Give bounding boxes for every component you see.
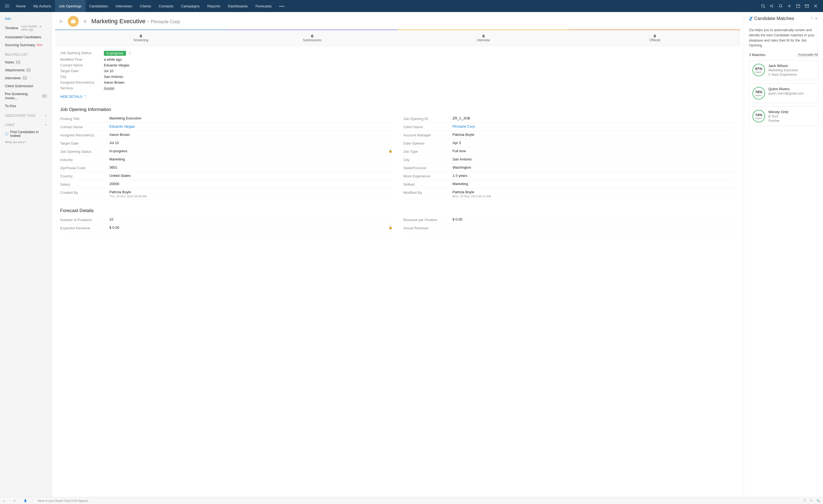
plus-icon[interactable] xyxy=(787,4,792,8)
sidebar-item-info[interactable]: Info xyxy=(0,15,52,23)
bottom-icon[interactable]: 👤 xyxy=(24,499,27,502)
field-value: Washington xyxy=(453,165,471,169)
stage-label: Submissions xyxy=(226,38,398,42)
nav-tab-my-actions[interactable]: My Actions xyxy=(29,0,55,12)
sidebar-item-assoc-candidates[interactable]: Associated Candidates xyxy=(0,33,52,41)
sidebar-item-attachments[interactable]: Attachments 1 xyxy=(0,66,52,74)
nav-tab-job-openings[interactable]: Job Openings xyxy=(55,0,85,12)
field-row: Number of Positions10 xyxy=(60,216,392,224)
nav-tab-interviews[interactable]: Interviews xyxy=(112,0,136,12)
sidebar-item-timeline[interactable]: Timeline Last Update : a while ago xyxy=(0,23,52,33)
field-link[interactable]: Pinnacle Corp xyxy=(453,124,475,129)
candidate-card[interactable]: 78%MatchQuinn Riversquinn.rivers@gmail.c… xyxy=(749,83,818,103)
bell-icon[interactable] xyxy=(778,4,783,8)
field-row: State/ProvinceWashington xyxy=(403,164,736,172)
panel-title: Candidate Matches xyxy=(754,16,808,21)
field-row: Target DateJul 10 xyxy=(60,139,392,147)
field-row: SkillsetMarketing xyxy=(403,180,736,188)
calendar-icon[interactable] xyxy=(796,4,801,8)
links-header: LINKS + xyxy=(0,119,52,129)
field-value: Aaron Brown xyxy=(104,80,124,85)
stage-offered[interactable]: 0Offered xyxy=(569,30,740,46)
back-button[interactable] xyxy=(58,19,64,23)
smart-chat-hint[interactable]: Here is your Smart Chat (Ctrl+Space) xyxy=(32,499,803,502)
sidebar-item-client-submission[interactable]: Client Submission xyxy=(0,82,52,90)
stage-submissions[interactable]: 0Submissions xyxy=(226,30,398,46)
sidebar-item-notes[interactable]: Notes 1 xyxy=(0,58,52,66)
field-row: Job Opening StatusIn-progress🔒 xyxy=(60,147,392,156)
lock-icon: 🔒 xyxy=(388,225,392,229)
stage-count: 0 xyxy=(569,34,740,38)
count-badge: 1 xyxy=(26,68,31,72)
help-icon[interactable]: ? xyxy=(810,16,813,21)
hamburger-icon[interactable] xyxy=(2,3,12,9)
field-row: Account ManagerPatricia Boyle xyxy=(403,131,736,139)
sidebar-item-interviews[interactable]: Interviews 1 xyxy=(0,74,52,82)
match-percentage: 87%Match xyxy=(753,64,765,76)
sidebar-item-todos[interactable]: To-Dos xyxy=(0,102,52,110)
stage-count: 0 xyxy=(226,34,398,38)
field-row: Contact NameEduardo Vargas xyxy=(60,123,392,131)
field-link[interactable]: Eduardo Vargas xyxy=(109,124,135,129)
mail-icon[interactable] xyxy=(804,4,809,8)
stage-interview[interactable]: 0Interview xyxy=(398,30,569,46)
field-label: Actual Revenue xyxy=(403,225,453,230)
field-value: $ 0.00 xyxy=(453,217,463,221)
candidate-matches-panel: Ƶ Candidate Matches ? ✕ Zia helps you to… xyxy=(744,12,823,497)
zoom-icon[interactable]: 🔍 xyxy=(816,499,820,502)
panel-description: Zia helps you to automatically screen an… xyxy=(749,24,818,52)
link-label: Find Candidates in Indeed xyxy=(10,130,47,138)
nav-tab-dashboards[interactable]: Dashboards xyxy=(224,0,252,12)
nav-tab-clients[interactable]: Clients xyxy=(136,0,155,12)
nav-tab-contacts[interactable]: Contacts xyxy=(155,0,177,12)
candidate-card[interactable]: 74%MatchWendy OrtizB.TechFresher xyxy=(749,106,818,126)
nav-tab-candidates[interactable]: Candidates xyxy=(86,0,112,12)
sidebar-label: Notes xyxy=(5,60,14,64)
associate-all-link[interactable]: Associate All xyxy=(798,52,818,57)
left-sidebar: Info Timeline Last Update : a while ago … xyxy=(0,12,52,497)
field-label: Skillset xyxy=(403,182,453,186)
add-tag-icon[interactable]: + xyxy=(45,114,47,118)
field-value: Marketing Executive xyxy=(109,116,141,120)
tools-icon[interactable] xyxy=(813,4,818,8)
hide-details-label: HIDE DETAILS xyxy=(60,95,82,99)
nav-tab-reports[interactable]: Reports xyxy=(204,0,224,12)
job-icon xyxy=(68,16,79,27)
field-value: 10 xyxy=(109,217,113,221)
nav-tab-forecasts[interactable]: Forecasts xyxy=(252,0,276,12)
status-badge: In-progress xyxy=(104,51,126,56)
candidate-card[interactable]: 87%MatchJack WilsonMarketing Executive2 … xyxy=(749,60,818,80)
stage-label: Offered xyxy=(569,38,740,42)
status-edit-icon[interactable]: ⎘ xyxy=(129,51,131,55)
svg-line-1 xyxy=(764,7,765,8)
stage-screening[interactable]: 0Screening xyxy=(55,30,226,46)
field-label: Assigned Recruiter(s) xyxy=(60,133,109,137)
field-row: Posting TitleMarketing Executive xyxy=(60,115,392,123)
field-value: Patricia Boyle xyxy=(109,190,131,194)
link-find-candidates[interactable]: ⓘ Find Candidates in Indeed xyxy=(0,129,52,139)
sidebar-item-sourcing[interactable]: Sourcing SummaryNew xyxy=(0,41,52,49)
bottom-icon[interactable]: ⚙ xyxy=(13,499,16,502)
bottom-icon[interactable]: ☁ xyxy=(3,499,5,502)
nav-tab-home[interactable]: Home xyxy=(12,0,29,12)
candidate-meta: Fresher xyxy=(768,119,789,123)
close-icon[interactable]: ✕ xyxy=(815,16,818,21)
history-icon[interactable]: ↻ xyxy=(810,499,813,502)
add-link-icon[interactable]: + xyxy=(45,123,47,127)
clock-icon[interactable]: ⏱ xyxy=(803,499,806,502)
field-label: Zip/Postal Code xyxy=(60,165,109,170)
assign-link[interactable]: Assign xyxy=(104,86,115,90)
candidate-meta: quinn.rivers@gmail.com xyxy=(768,92,804,96)
star-icon[interactable]: ★ xyxy=(83,18,88,25)
search-icon[interactable] xyxy=(761,4,766,8)
match-percentage: 78%Match xyxy=(753,87,765,100)
what-are-links[interactable]: What are links? xyxy=(0,139,52,145)
nav-more[interactable]: ••• xyxy=(276,4,289,8)
nav-tab-campaigns[interactable]: Campaigns xyxy=(177,0,203,12)
field-row: Job Opening IDZR_1_JOB xyxy=(403,115,736,123)
megaphone-icon[interactable] xyxy=(770,4,774,8)
field-label: City xyxy=(60,74,104,79)
sidebar-item-prescreening[interactable]: Pre-Screening Asses... 1 xyxy=(0,90,52,102)
hide-details-toggle[interactable]: HIDE DETAILS ⌃ xyxy=(60,91,735,104)
bottom-bar: ☁ ⚙ 👤 Here is your Smart Chat (Ctrl+Spac… xyxy=(0,497,823,504)
